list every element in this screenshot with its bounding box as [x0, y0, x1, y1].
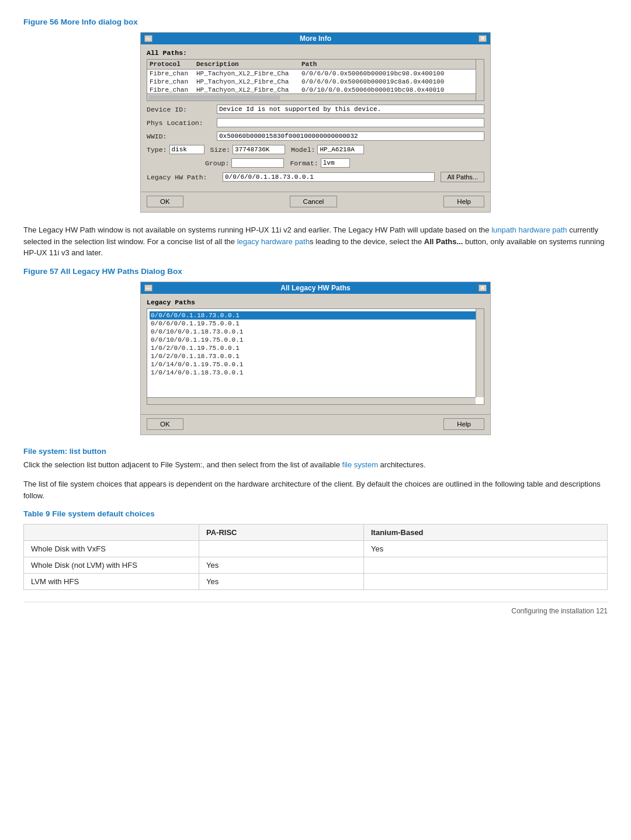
cancel-button[interactable]: Cancel [290, 196, 338, 207]
all-legacy-hw-paths-dialog: — All Legacy HW Paths ✕ Legacy Paths 0/0… [140, 282, 491, 435]
row2-protocol: Fibre_chan [150, 78, 196, 85]
legacy-path-link[interactable]: legacy hardware path [237, 237, 310, 246]
legacy-dialog-title: All Legacy HW Paths [152, 284, 479, 292]
file-system-section: File system: list button Click the selec… [23, 447, 608, 502]
legacy-hw-path-label: Legacy HW Path: [147, 173, 217, 181]
legacy-dialog-body: Legacy Paths 0/0/6/0/0.1.18.73.0.0.1 0/0… [141, 294, 490, 414]
col-itanium-header: Itanium-Based [363, 525, 607, 541]
figure-56-section: Figure 56 More Info dialog box — More In… [23, 18, 608, 213]
row3-desc: HP_Tachyon_XL2_Fibre_Cha [196, 86, 301, 93]
legacy-dialog-titlebar: — All Legacy HW Paths ✕ [141, 282, 490, 294]
table-9-section: Table 9 File system default choices PA-R… [23, 509, 608, 590]
device-id-label: Device ID: [147, 106, 217, 113]
dialog-body: All Paths: Protocol Description Path Fib… [141, 44, 490, 192]
footer-text: Configuring the installation 121 [511, 607, 608, 615]
wwid-row: WWID: [147, 131, 484, 141]
list-item[interactable]: 1/0/14/0/0.1.19.75.0.0.1 [150, 360, 481, 369]
body-text-1: The Legacy HW Path window is not availab… [23, 225, 490, 234]
list-item[interactable]: 1/0/14/0/0.1.18.73.0.0.1 [150, 369, 481, 377]
phys-location-input[interactable] [217, 118, 484, 127]
table-row: Fibre_chan HP_Tachyon_XL2_Fibre_Cha 0/0/… [147, 78, 484, 86]
table-9-title: Table 9 File system default choices [23, 509, 608, 518]
list-item[interactable]: 1/0/2/0/0.1.18.73.0.0.1 [150, 352, 481, 360]
row1-itanium: Yes [363, 541, 607, 557]
paths-header: Protocol Description Path [147, 60, 484, 70]
paths-table: Protocol Description Path Fibre_chan HP_… [147, 60, 484, 94]
all-paths-label: All Paths: [147, 49, 484, 57]
type-input[interactable] [169, 145, 204, 154]
fs-text-2: architectures. [380, 460, 426, 469]
row2-desc: HP_Tachyon_XL2_Fibre_Cha [196, 78, 301, 85]
row2-name: Whole Disk (not LVM) with HFS [24, 557, 199, 574]
row1-desc: HP_Tachyon_XL2_Fibre_Cha [196, 70, 301, 77]
file-system-link[interactable]: file system [342, 460, 378, 469]
minimize-btn[interactable]: — [144, 35, 152, 42]
group-format-row: Group: Format: [147, 158, 484, 168]
list-item[interactable]: 1/0/2/0/0.1.19.75.0.0.1 [150, 344, 481, 352]
col-name-header [24, 525, 199, 541]
wwid-label: WWID: [147, 133, 217, 140]
row3-name: LVM with HFS [24, 574, 199, 590]
table-row: Whole Disk (not LVM) with HFS Yes [24, 557, 608, 574]
file-system-subtitle: File system: list button [23, 447, 608, 456]
size-input[interactable] [233, 145, 285, 154]
more-info-dialog: — More Info ✕ All Paths: Protocol Descri… [140, 32, 491, 213]
type-size-model-row: Type: Size: Model: [147, 145, 484, 154]
body-text-3: s leading to the device, select the [310, 237, 422, 246]
legacy-minimize-btn[interactable]: — [144, 284, 152, 291]
group-input[interactable] [231, 158, 284, 168]
dialog-title: More Info [152, 34, 479, 43]
all-paths-bold: All Paths... [424, 237, 463, 246]
row1-pa-risc [199, 541, 364, 557]
row1-path: 0/0/6/0/0.0x50060b000019bc98.0x400100 [301, 70, 481, 77]
fs-text-1: Click the selection list button adjacent… [23, 460, 340, 469]
help-button[interactable]: Help [443, 196, 484, 207]
close-btn[interactable]: ✕ [479, 35, 487, 42]
list-item[interactable]: 0/0/6/0/0.1.18.73.0.0.1 [150, 311, 481, 320]
ok-button[interactable]: OK [147, 196, 183, 207]
row1-name: Whole Disk with VxFS [24, 541, 199, 557]
figure-57-section: Figure 57 All Legacy HW Paths Dialog Box… [23, 267, 608, 435]
device-id-row: Device ID: [147, 105, 484, 114]
body-paragraph-1: The Legacy HW Path window is not availab… [23, 224, 608, 259]
phys-location-row: Phys Location: [147, 118, 484, 127]
legacy-ok-button[interactable]: OK [147, 418, 183, 430]
size-label: Size: [210, 146, 231, 154]
row2-path: 0/0/6/0/0.0x50060b000019c8a6.0x400100 [301, 78, 481, 85]
legacy-paths-list: 0/0/6/0/0.1.18.73.0.0.1 0/0/6/0/0.1.19.7… [147, 309, 484, 398]
type-label: Type: [147, 146, 167, 154]
wwid-input[interactable] [217, 131, 484, 141]
table-row: LVM with HFS Yes [24, 574, 608, 590]
row3-pa-risc: Yes [199, 574, 364, 590]
format-group: Format: [290, 158, 349, 168]
format-input[interactable] [321, 158, 350, 168]
file-system-table: PA-RISC Itanium-Based Whole Disk with Vx… [23, 524, 608, 590]
list-item[interactable]: 0/0/10/0/0.1.18.73.0.0.1 [150, 328, 481, 336]
legacy-hw-path-input[interactable] [223, 172, 435, 182]
type-group: Type: [147, 145, 204, 154]
row1-protocol: Fibre_chan [150, 70, 196, 77]
device-id-input[interactable] [217, 105, 484, 114]
format-label: Format: [290, 159, 318, 167]
row3-itanium [363, 574, 607, 590]
list-item[interactable]: 0/0/10/0/0.1.19.75.0.0.1 [150, 336, 481, 344]
legacy-close-btn[interactable]: ✕ [479, 284, 487, 291]
dialog-button-row: OK Cancel Help [141, 192, 490, 212]
list-item[interactable]: 0/0/6/0/0.1.19.75.0.0.1 [150, 320, 481, 328]
row3-protocol: Fibre_chan [150, 86, 196, 93]
model-input[interactable] [317, 145, 364, 154]
all-paths-button[interactable]: All Paths... [441, 172, 484, 182]
row2-pa-risc: Yes [199, 557, 364, 574]
row2-itanium [363, 557, 607, 574]
figure-56-title: Figure 56 More Info dialog box [23, 18, 608, 26]
legacy-help-button[interactable]: Help [443, 418, 484, 430]
table-header-row: PA-RISC Itanium-Based [24, 525, 608, 541]
file-system-text-1: Click the selection list button adjacent… [23, 459, 608, 471]
lunpath-link[interactable]: lunpath hardware path [491, 225, 567, 234]
legacy-hw-path-row: Legacy HW Path: All Paths... [147, 172, 484, 182]
dialog-titlebar: — More Info ✕ [141, 33, 490, 44]
phys-location-label: Phys Location: [147, 119, 217, 127]
col-desc-header: Description [196, 61, 301, 68]
model-label: Model: [291, 146, 315, 154]
size-group: Size: [210, 145, 286, 154]
